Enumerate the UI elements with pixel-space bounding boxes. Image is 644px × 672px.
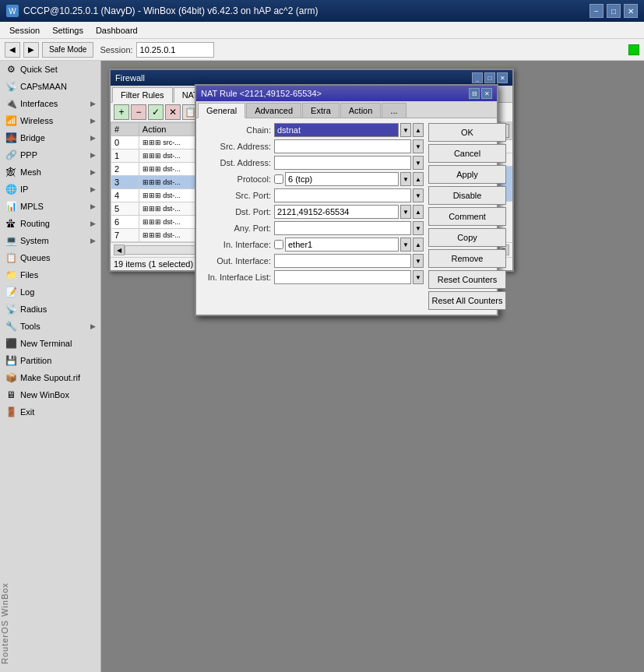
src-address-group: ▼ xyxy=(274,139,424,153)
sidebar-item-interfaces[interactable]: 🔌 Interfaces ▶ xyxy=(0,95,100,112)
sidebar-item-radius[interactable]: 📡 Radius xyxy=(0,301,100,318)
nat-restore[interactable]: ⊟ xyxy=(469,88,480,99)
sidebar-item-ip[interactable]: 🌐 IP ▶ xyxy=(0,181,100,198)
any-port-dropdown[interactable]: ▼ xyxy=(413,221,424,235)
reset-counters-button[interactable]: Reset Counters xyxy=(428,270,506,289)
chain-label: Chain: xyxy=(201,125,271,135)
src-address-input[interactable] xyxy=(274,139,411,153)
dst-address-dropdown[interactable]: ▼ xyxy=(413,156,424,170)
sidebar-item-wireless[interactable]: 📶 Wireless ▶ xyxy=(0,112,100,129)
fw-enable-button[interactable]: ✓ xyxy=(148,104,164,120)
back-button[interactable]: ◀ xyxy=(5,42,20,58)
any-port-label: Any. Port: xyxy=(201,223,271,233)
session-input[interactable] xyxy=(136,42,214,58)
tab-general[interactable]: General xyxy=(198,103,245,118)
src-address-dropdown[interactable]: ▼ xyxy=(413,139,424,153)
in-interface-dropdown[interactable]: ▼ xyxy=(400,237,411,252)
sidebar-item-partition[interactable]: 💾 Partition xyxy=(0,352,100,369)
src-port-dropdown[interactable]: ▼ xyxy=(413,188,424,202)
chain-dropdown[interactable]: ▼ xyxy=(400,123,411,137)
copy-button[interactable]: Copy xyxy=(428,228,506,247)
close-button[interactable]: ✕ xyxy=(624,4,638,18)
maximize-button[interactable]: □ xyxy=(607,4,621,18)
nat-close[interactable]: ✕ xyxy=(481,88,492,99)
src-port-input[interactable] xyxy=(274,188,411,202)
sidebar-item-exit[interactable]: 🚪 Exit xyxy=(0,403,100,420)
protocol-input[interactable] xyxy=(285,172,399,186)
fw-add-button[interactable]: + xyxy=(114,104,129,120)
forward-button[interactable]: ▶ xyxy=(23,42,39,58)
src-port-group: ▼ xyxy=(274,188,424,202)
firewall-title-bar[interactable]: Firewall _ □ ✕ xyxy=(111,70,512,86)
protocol-checkbox[interactable] xyxy=(274,174,283,184)
reset-all-counters-button[interactable]: Reset All Counters xyxy=(428,291,506,310)
fw-disable-button[interactable]: ✕ xyxy=(165,104,181,120)
sidebar-item-ppp[interactable]: 🔗 PPP ▶ xyxy=(0,146,100,164)
ok-button[interactable]: OK xyxy=(428,123,506,142)
protocol-up[interactable]: ▲ xyxy=(413,172,424,186)
sidebar-item-new-terminal[interactable]: ⬛ New Terminal xyxy=(0,335,100,352)
dst-port-up[interactable]: ▲ xyxy=(413,205,424,219)
chain-up[interactable]: ▲ xyxy=(413,123,424,137)
sidebar-item-log[interactable]: 📝 Log xyxy=(0,283,100,301)
in-interface-list-input[interactable] xyxy=(274,270,411,284)
sidebar-label-radius: Radius xyxy=(20,304,47,314)
chain-input[interactable] xyxy=(274,123,399,137)
sidebar-item-new-winbox[interactable]: 🖥 New WinBox xyxy=(0,386,100,403)
tab-more[interactable]: ... xyxy=(382,103,406,118)
menu-settings[interactable]: Settings xyxy=(46,24,90,37)
sidebar-item-mpls[interactable]: 📊 MPLS ▶ xyxy=(0,198,100,215)
out-interface-input[interactable] xyxy=(274,254,411,268)
dst-port-input[interactable] xyxy=(274,205,399,219)
firewall-minimize[interactable]: _ xyxy=(472,72,483,83)
sidebar-item-tools[interactable]: 🔧 Tools ▶ xyxy=(0,318,100,335)
firewall-close[interactable]: ✕ xyxy=(497,72,508,83)
protocol-dropdown[interactable]: ▼ xyxy=(400,172,411,186)
any-port-input[interactable] xyxy=(274,221,411,235)
title-bar-controls: − □ ✕ xyxy=(589,4,638,18)
sidebar-label-capsman: CAPsMAAN xyxy=(20,82,67,91)
firewall-maximize[interactable]: □ xyxy=(484,72,495,83)
in-interface-checkbox[interactable] xyxy=(274,240,283,249)
src-port-row: Src. Port: ▼ xyxy=(201,188,424,202)
col-number: # xyxy=(111,123,139,136)
safe-mode-button[interactable]: Safe Mode xyxy=(42,42,93,58)
out-interface-dropdown[interactable]: ▼ xyxy=(413,254,424,268)
nat-title-bar[interactable]: NAT Rule <2121,49152-65534> ⊟ ✕ xyxy=(196,86,497,101)
sidebar-label-ip: IP xyxy=(20,185,28,194)
comment-button[interactable]: Comment xyxy=(428,207,506,226)
any-port-group: ▼ xyxy=(274,221,424,235)
in-interface-up[interactable]: ▲ xyxy=(413,237,424,252)
menu-dashboard[interactable]: Dashboard xyxy=(90,24,144,37)
sidebar-item-files[interactable]: 📁 Files xyxy=(0,266,100,283)
capsman-icon: 📡 xyxy=(5,80,17,93)
menu-session[interactable]: Session xyxy=(3,24,46,37)
tab-extra[interactable]: Extra xyxy=(302,103,340,118)
apply-button[interactable]: Apply xyxy=(428,165,506,184)
sidebar-label-make-supout: Make Supout.rif xyxy=(20,373,80,382)
row-id: 0 xyxy=(111,136,139,150)
sidebar-item-quick-set[interactable]: ⚙ Quick Set xyxy=(0,61,100,78)
sidebar-item-capsman[interactable]: 📡 CAPsMAAN xyxy=(0,78,100,95)
sidebar-item-make-supout[interactable]: 📦 Make Supout.rif xyxy=(0,369,100,386)
dst-port-dropdown[interactable]: ▼ xyxy=(400,205,411,219)
sidebar-item-routing[interactable]: 🛣 Routing ▶ xyxy=(0,215,100,232)
bridge-arrow: ▶ xyxy=(90,134,96,142)
dst-address-input[interactable] xyxy=(274,156,411,170)
fw-remove-button[interactable]: − xyxy=(131,104,146,120)
in-interface-list-dropdown[interactable]: ▼ xyxy=(413,270,424,284)
tab-filter-rules[interactable]: Filter Rules xyxy=(112,87,173,103)
tab-action[interactable]: Action xyxy=(340,103,382,118)
sidebar-item-bridge[interactable]: 🌉 Bridge ▶ xyxy=(0,129,100,146)
tab-advanced[interactable]: Advanced xyxy=(246,103,301,118)
sidebar-item-system[interactable]: 💻 System ▶ xyxy=(0,232,100,249)
cancel-button[interactable]: Cancel xyxy=(428,144,506,163)
minimize-button[interactable]: − xyxy=(589,4,604,18)
h-scroll-left[interactable]: ◀ xyxy=(114,245,125,255)
remove-button[interactable]: Remove xyxy=(428,249,506,268)
log-icon: 📝 xyxy=(5,286,17,298)
disable-button[interactable]: Disable xyxy=(428,186,506,205)
in-interface-input[interactable] xyxy=(285,237,399,252)
sidebar-item-queues[interactable]: 📋 Queues xyxy=(0,249,100,266)
sidebar-item-mesh[interactable]: 🕸 Mesh ▶ xyxy=(0,164,100,181)
